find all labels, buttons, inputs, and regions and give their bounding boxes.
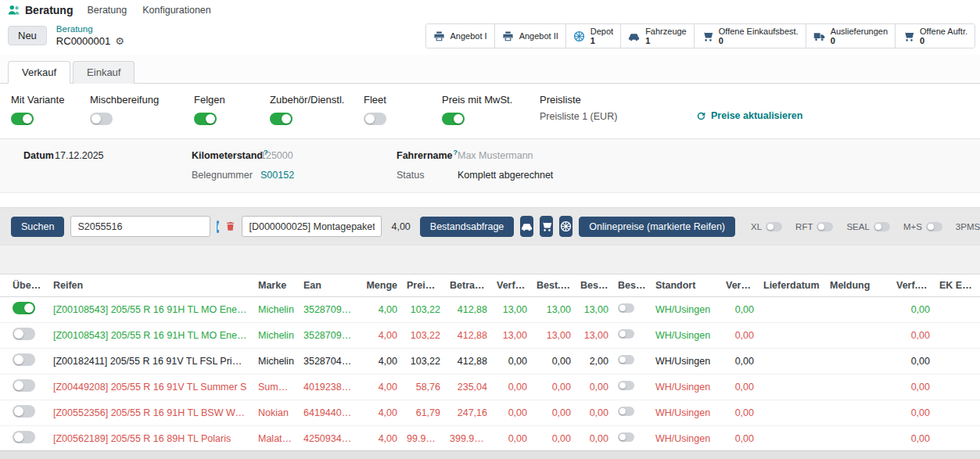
- menu-item-beratung[interactable]: Beratung: [87, 5, 127, 16]
- stat-button-depot[interactable]: Depot 1: [565, 24, 620, 48]
- table-row[interactable]: [Z00449208] 205/55 R 16 91V TL Summer S …: [0, 375, 980, 400]
- mischbereifung-toggle[interactable]: [90, 113, 113, 125]
- tire-qty[interactable]: 4,00: [361, 400, 402, 426]
- stat-count: 0: [831, 36, 888, 45]
- tab-einkauf[interactable]: Einkauf: [73, 61, 135, 84]
- table-row[interactable]: [Z00108543] 205/55 R 16 91H TL MO Energy…: [0, 297, 980, 323]
- tire-lieferdatum: [759, 297, 825, 323]
- tire-qty[interactable]: 4,00: [361, 323, 402, 349]
- bestellen-toggle[interactable]: [618, 303, 634, 313]
- tire-price[interactable]: 99.999,00: [402, 426, 445, 452]
- uebernehmen-toggle[interactable]: [13, 328, 35, 340]
- breadcrumb: Beratung RC0000001 ⚙: [56, 23, 124, 47]
- mit-variante-toggle[interactable]: [11, 113, 34, 125]
- bestellen-toggle[interactable]: [618, 355, 634, 364]
- stat-button-offene-einkaufsbest[interactable]: Offene Einkaufsbest. 0: [694, 24, 806, 48]
- felgen-toggle[interactable]: [194, 113, 217, 125]
- tire-name[interactable]: [Z00108543] 205/55 R 16 91H TL MO Energy…: [48, 297, 253, 323]
- tire-best-ges: 13,00: [576, 323, 613, 349]
- uebernehmen-toggle[interactable]: [13, 405, 35, 418]
- ms-toggle[interactable]: [926, 222, 942, 231]
- tire-lieferdatum: [759, 400, 825, 426]
- tire-verf-eios: 0,00: [892, 323, 935, 349]
- tire-best-fil: 0,00: [532, 400, 576, 426]
- uebernehmen-toggle[interactable]: [13, 379, 35, 392]
- tire-qty[interactable]: 4,00: [361, 375, 402, 400]
- bestellen-toggle[interactable]: [618, 407, 634, 416]
- col-header-best-fil: Best. Fil.: [532, 274, 576, 297]
- bestandsabfrage-button[interactable]: Bestandsabfrage: [420, 217, 515, 237]
- tire-price[interactable]: 61,79: [402, 400, 445, 426]
- print-icon: [433, 30, 445, 42]
- update-prices-link[interactable]: Preise aktualisieren: [696, 110, 802, 121]
- stat-button-offene-auftr[interactable]: Offene Auftr. 0: [895, 24, 975, 48]
- kilometerstand-label: Kilometerstand?: [192, 149, 260, 161]
- tire-meldung: [825, 375, 892, 400]
- uebernehmen-toggle[interactable]: [13, 431, 35, 443]
- pricelist-value[interactable]: Preisliste 1 (EUR): [540, 111, 645, 122]
- tire-price[interactable]: 103,22: [402, 323, 445, 349]
- table-row[interactable]: [Z00108543] 205/55 R 16 91H TL MO Energy…: [0, 323, 980, 349]
- table-row[interactable]: [Z00182411] 205/55 R 16 91V TL FSL Prima…: [0, 349, 980, 375]
- stat-button-angebot-2[interactable]: Angebot II: [494, 24, 565, 48]
- horizontal-scrollbar[interactable]: [0, 450, 980, 459]
- tire-name[interactable]: [Z00552356] 205/55 R 16 91H TL BSW Wetpr…: [48, 400, 253, 426]
- stat-button-fahrzeuge[interactable]: Fahrzeuge 1: [620, 24, 694, 48]
- tire-ek: [935, 375, 980, 400]
- tire-standort: WH/Usingen: [651, 375, 721, 400]
- tire-standort: WH/Usingen: [651, 426, 721, 452]
- seal-toggle[interactable]: [874, 222, 890, 231]
- bestellen-toggle[interactable]: [618, 381, 634, 390]
- zubehoer-toggle[interactable]: [270, 113, 293, 125]
- tire-price[interactable]: 103,22: [402, 297, 445, 323]
- gear-icon[interactable]: ⚙: [115, 35, 124, 47]
- breadcrumb-parent-link[interactable]: Beratung: [56, 23, 124, 35]
- toggle-label-zubehoer: Zubehör/Dienstl.: [270, 94, 364, 106]
- uebernehmen-toggle[interactable]: [13, 353, 35, 366]
- tire-best-ges: 2,00: [576, 349, 613, 375]
- tire-qty[interactable]: 4,00: [361, 349, 402, 375]
- details-panel: Datum 17.12.2025 Kilometerstand? 125000 …: [0, 138, 980, 193]
- table-row[interactable]: [Z00552356] 205/55 R 16 91H TL BSW Wetpr…: [0, 400, 980, 426]
- tire-best-ges: 13,00: [576, 297, 613, 323]
- info-icon[interactable]: i: [217, 221, 219, 233]
- tire-qty[interactable]: 4,00: [361, 297, 402, 323]
- search-input[interactable]: [70, 216, 210, 237]
- stat-button-auslieferungen[interactable]: Auslieferungen 0: [806, 24, 895, 48]
- col-header-lieferdatum: Lieferdatum: [759, 274, 825, 297]
- tire-name[interactable]: [Z00182411] 205/55 R 16 91V TL FSL Prima…: [48, 349, 253, 375]
- delete-icon[interactable]: [225, 221, 235, 231]
- tire-name[interactable]: [Z00449208] 205/55 R 16 91V TL Summer S: [48, 375, 253, 400]
- onlinepreise-button[interactable]: Onlinepreise (markierte Reifen): [579, 217, 735, 237]
- table-row[interactable]: [Z00562189] 205/55 R 16 89H TL Polaris M…: [0, 426, 980, 452]
- app-brand[interactable]: Beratung: [8, 4, 73, 16]
- bestellen-toggle[interactable]: [618, 329, 634, 339]
- tire-ek: [935, 297, 980, 323]
- col-header-menge: Menge: [361, 274, 402, 297]
- datum-value[interactable]: 17.12.2025: [55, 150, 104, 161]
- preis-mwst-toggle[interactable]: [442, 113, 465, 125]
- tab-verkauf[interactable]: Verkauf: [8, 61, 70, 84]
- depot-button[interactable]: [559, 216, 573, 237]
- tire-price[interactable]: 58,76: [402, 375, 445, 400]
- cart-button[interactable]: [540, 216, 553, 237]
- uebernehmen-toggle[interactable]: [13, 302, 35, 314]
- bestellen-toggle[interactable]: [618, 432, 634, 442]
- montagepaket-input[interactable]: [242, 216, 382, 237]
- vehicle-search-button[interactable]: [520, 216, 533, 237]
- new-button[interactable]: Neu: [8, 26, 47, 45]
- fleet-toggle[interactable]: [364, 113, 386, 125]
- vehicle-icon: [521, 221, 533, 232]
- tire-name[interactable]: [Z00562189] 205/55 R 16 89H TL Polaris: [48, 426, 253, 452]
- xl-toggle[interactable]: [766, 222, 782, 231]
- tire-price[interactable]: 103,22: [402, 349, 445, 375]
- rft-toggle[interactable]: [817, 222, 833, 231]
- app-brand-label: Beratung: [25, 4, 73, 16]
- stat-button-angebot-1[interactable]: Angebot I: [426, 24, 494, 48]
- montagepaket-qty[interactable]: 4,00: [391, 221, 410, 232]
- menu-item-konfigurationen[interactable]: Konfigurationen: [142, 5, 211, 16]
- belegnummer-link[interactable]: S00152: [260, 170, 294, 181]
- search-button[interactable]: Suchen: [11, 217, 64, 237]
- tire-name[interactable]: [Z00108543] 205/55 R 16 91H TL MO Energy…: [48, 323, 253, 349]
- tire-qty[interactable]: 4,00: [361, 426, 402, 452]
